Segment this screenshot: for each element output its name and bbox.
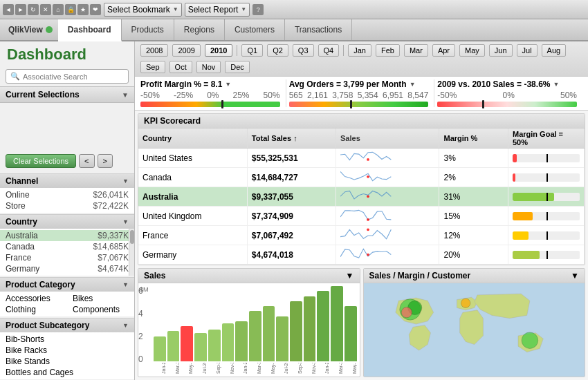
cell-total-sales: $9,337,055 (247, 187, 336, 207)
month-jun[interactable]: Jun (489, 44, 513, 57)
bubble-australia[interactable] (522, 332, 538, 349)
month-sep[interactable]: Sep (140, 61, 165, 73)
clear-selections-button[interactable]: Clear Selections (6, 154, 76, 168)
bar-chart-bar[interactable] (167, 331, 180, 361)
country-france-value: $7,067K (98, 253, 129, 263)
country-scrollbar[interactable] (129, 229, 134, 276)
report-arrow: ▼ (241, 6, 246, 12)
country-filter-header[interactable]: Country ▼ (0, 215, 134, 229)
selections-header[interactable]: Current Selections ▼ (0, 86, 134, 103)
year-2008[interactable]: 2008 (140, 44, 168, 57)
lock-icon[interactable]: 🔒 (65, 4, 76, 15)
bar-chart-bar[interactable] (331, 286, 343, 361)
bar-chart-bar[interactable] (222, 323, 235, 361)
map-body[interactable] (364, 283, 585, 377)
nav-fwd-button[interactable]: > (98, 154, 113, 168)
fav-icon[interactable]: ❤ (90, 4, 101, 15)
quarter-q4[interactable]: Q4 (318, 44, 340, 57)
subcategory-bike-stands[interactable]: Bike Stands (0, 356, 134, 367)
month-apr[interactable]: Apr (432, 44, 455, 57)
bookmark-select[interactable]: Select Bookmark ▼ (104, 3, 182, 17)
star-icon[interactable]: ★ (77, 4, 89, 15)
col-sales[interactable]: Sales (336, 129, 439, 149)
channel-item-online[interactable]: Online $26,041K (0, 189, 134, 200)
scorecard-row[interactable]: United States $55,325,531 3% (138, 149, 585, 168)
month-aug[interactable]: Aug (542, 44, 567, 57)
channel-item-store[interactable]: Store $72,422K (0, 200, 134, 211)
year-2009[interactable]: 2009 (172, 44, 200, 57)
tab-products[interactable]: Products (122, 19, 174, 40)
cell-total-sales: $7,067,492 (247, 226, 336, 245)
month-may[interactable]: May (459, 44, 485, 57)
scorecard-row[interactable]: France $7,067,492 12% (138, 226, 585, 245)
kpi-profit-arrow[interactable]: ▼ (225, 81, 231, 88)
home-icon[interactable]: ⌂ (53, 4, 64, 15)
quarter-q1[interactable]: Q1 (241, 44, 263, 57)
bar-chart-bar[interactable] (249, 311, 261, 361)
scorecard-row[interactable]: United Kingdom $7,374,909 15% (138, 207, 585, 226)
bar-chart-bar[interactable] (181, 326, 193, 361)
month-jan[interactable]: Jan (348, 44, 371, 57)
bar-chart-bar[interactable] (235, 321, 248, 361)
tab-regions[interactable]: Regions (174, 19, 225, 40)
sales-chart-arrow[interactable]: ▼ (346, 271, 354, 281)
scorecard-row[interactable]: Canada $14,684,727 2% (138, 168, 585, 187)
month-dec[interactable]: Dec (225, 61, 250, 73)
bar-chart-bar[interactable] (194, 333, 207, 361)
category-clothing[interactable]: Clothing (0, 304, 67, 315)
country-item-france[interactable]: France $7,067K (0, 252, 134, 263)
country-item-canada[interactable]: Canada $14,685K (0, 241, 134, 252)
bar-chart-bar[interactable] (344, 306, 357, 361)
report-select[interactable]: Select Report ▼ (185, 3, 250, 17)
month-nov[interactable]: Nov (196, 61, 221, 73)
category-accessories[interactable]: Accessories (0, 293, 67, 304)
product-category-header[interactable]: Product Category ▼ (0, 278, 134, 292)
back-icon[interactable]: ◄ (3, 4, 14, 15)
help-icon[interactable]: ? (252, 4, 264, 15)
kpi-orders-arrow[interactable]: ▼ (410, 81, 416, 88)
month-mar[interactable]: Mar (404, 44, 428, 57)
year-2010[interactable]: 2010 (205, 44, 232, 57)
search-box[interactable]: 🔍 (6, 69, 129, 84)
subcategory-bib-shorts[interactable]: Bib-Shorts (0, 334, 134, 345)
col-country[interactable]: Country (138, 129, 247, 149)
subcategory-bottles[interactable]: Bottles and Cages (0, 367, 134, 378)
stop-icon[interactable]: ✕ (40, 4, 51, 15)
product-subcategory-header[interactable]: Product Subcategory ▼ (0, 319, 134, 332)
tab-customers[interactable]: Customers (225, 19, 285, 40)
quarter-q3[interactable]: Q3 (293, 44, 314, 57)
scorecard-row[interactable]: Germany $4,674,018 20% (138, 245, 585, 265)
bubble-uk[interactable] (461, 298, 470, 308)
col-margin-goal[interactable]: Margin Goal = 50% (508, 129, 585, 149)
channel-filter-header[interactable]: Channel ▼ (0, 174, 134, 188)
bar-chart-bar[interactable] (276, 316, 288, 361)
category-bikes[interactable]: Bikes (67, 293, 134, 304)
country-item-germany[interactable]: Germany $4,674K (0, 263, 134, 274)
month-feb[interactable]: Feb (376, 44, 400, 57)
month-oct[interactable]: Oct (169, 61, 192, 73)
reload-icon[interactable]: ↻ (28, 4, 39, 15)
country-item-australia[interactable]: Australia $9,337K (0, 230, 134, 241)
cell-margin-bar (508, 149, 585, 168)
col-total-sales[interactable]: Total Sales ↑ (247, 129, 336, 149)
map-arrow[interactable]: ▼ (571, 271, 579, 281)
subcategory-bike-racks[interactable]: Bike Racks (0, 345, 134, 356)
kpi-sales-arrow[interactable]: ▼ (553, 81, 559, 88)
bar-chart-bar[interactable] (263, 306, 275, 361)
bar-chart-bar[interactable] (154, 336, 166, 361)
bubble-mexico[interactable] (401, 307, 412, 318)
bar-chart-bar[interactable] (317, 291, 329, 361)
month-jul[interactable]: Jul (517, 44, 538, 57)
nav-back-button[interactable]: < (79, 154, 94, 168)
search-input[interactable] (23, 73, 124, 81)
bar-chart-bar[interactable] (290, 301, 302, 361)
bar-chart-bar[interactable] (304, 296, 316, 361)
tab-transactions[interactable]: Transactions (285, 19, 352, 40)
category-components[interactable]: Components (67, 304, 134, 315)
fwd-icon[interactable]: ► (15, 4, 26, 15)
bar-chart-bar[interactable] (208, 330, 221, 362)
quarter-q2[interactable]: Q2 (267, 44, 288, 57)
scorecard-row[interactable]: Australia $9,337,055 31% (138, 187, 585, 207)
tab-dashboard[interactable]: Dashboard (58, 19, 122, 41)
col-margin-pct[interactable]: Margin % (439, 129, 508, 149)
